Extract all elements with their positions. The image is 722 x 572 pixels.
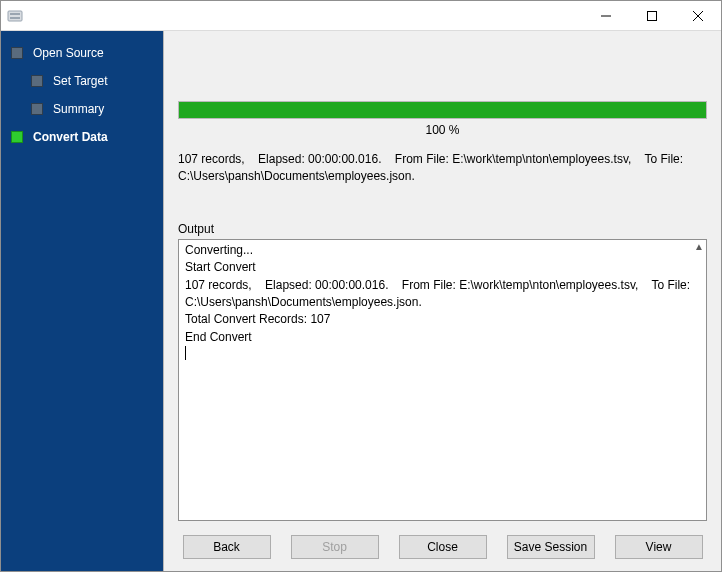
main-body: 100 % 107 records, Elapsed: 00:00:00.016… <box>164 31 721 525</box>
back-button[interactable]: Back <box>183 535 271 559</box>
step-box-icon <box>31 75 43 87</box>
close-window-button[interactable] <box>675 1 721 30</box>
sidebar: Open Source Set Target Summary Convert D… <box>1 31 163 571</box>
sidebar-item-set-target[interactable]: Set Target <box>1 67 163 95</box>
progress-fill <box>179 102 706 118</box>
view-button[interactable]: View <box>615 535 703 559</box>
sidebar-item-label: Summary <box>53 102 104 116</box>
titlebar <box>1 1 721 31</box>
output-text: Converting... Start Convert 107 records,… <box>179 240 706 348</box>
svg-rect-1 <box>10 13 20 15</box>
progress-section: 100 % <box>178 101 707 137</box>
status-text: 107 records, Elapsed: 00:00:00.016. From… <box>178 151 707 186</box>
sidebar-item-summary[interactable]: Summary <box>1 95 163 123</box>
sidebar-item-label: Set Target <box>53 74 107 88</box>
output-label: Output <box>178 222 707 236</box>
app-icon <box>7 8 23 24</box>
content: Open Source Set Target Summary Convert D… <box>1 31 721 571</box>
minimize-button[interactable] <box>583 1 629 30</box>
sidebar-item-open-source[interactable]: Open Source <box>1 39 163 67</box>
stop-button[interactable]: Stop <box>291 535 379 559</box>
text-caret <box>185 346 706 360</box>
app-window: Open Source Set Target Summary Convert D… <box>0 0 722 572</box>
sidebar-item-label: Convert Data <box>33 130 108 144</box>
svg-rect-2 <box>10 17 20 19</box>
button-row: Back Stop Close Save Session View <box>164 525 721 571</box>
window-controls <box>583 1 721 30</box>
progress-bar <box>178 101 707 119</box>
scroll-up-icon: ▲ <box>694 242 704 252</box>
svg-rect-3 <box>648 11 657 20</box>
step-box-icon <box>11 131 23 143</box>
step-box-icon <box>11 47 23 59</box>
main-panel: 100 % 107 records, Elapsed: 00:00:00.016… <box>163 31 721 571</box>
close-button[interactable]: Close <box>399 535 487 559</box>
sidebar-item-convert-data[interactable]: Convert Data <box>1 123 163 151</box>
svg-rect-0 <box>8 11 22 21</box>
nav-list: Open Source Set Target Summary Convert D… <box>1 39 163 151</box>
step-box-icon <box>31 103 43 115</box>
save-session-button[interactable]: Save Session <box>507 535 595 559</box>
output-box[interactable]: ▲ Converting... Start Convert 107 record… <box>178 239 707 521</box>
maximize-button[interactable] <box>629 1 675 30</box>
progress-label: 100 % <box>178 123 707 137</box>
sidebar-item-label: Open Source <box>33 46 104 60</box>
titlebar-left <box>7 8 29 24</box>
